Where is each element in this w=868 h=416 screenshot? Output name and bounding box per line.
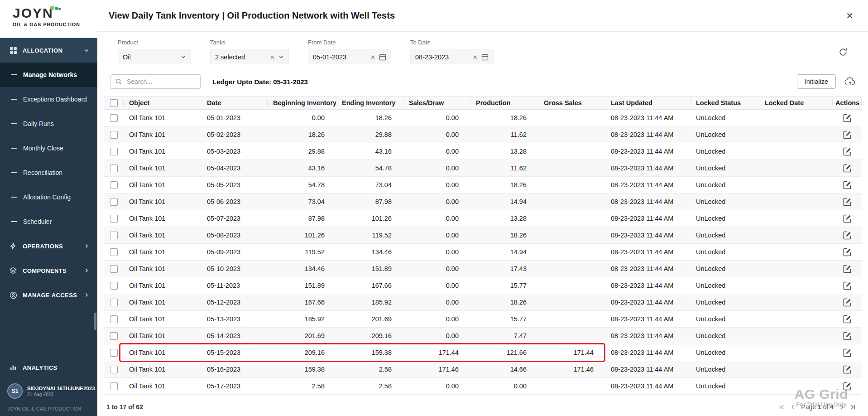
edit-row-button[interactable] (843, 348, 852, 357)
row-checkbox[interactable] (110, 232, 118, 239)
edit-row-button[interactable] (843, 365, 852, 374)
sidebar-subitem[interactable]: Scheduler (0, 209, 97, 234)
edit-row-button[interactable] (843, 382, 852, 391)
sidebar-section-operations[interactable]: OPERATIONS (0, 234, 97, 258)
sidebar-subitem[interactable]: Allocation Config (0, 185, 97, 209)
product-select[interactable]: Oil (118, 49, 191, 65)
refresh-icon[interactable] (838, 47, 848, 59)
table-row[interactable]: Oil Tank 101 05-11-2023 151.89 167.66 0.… (104, 277, 862, 294)
table-row[interactable]: Oil Tank 101 05-01-2023 0.00 18.26 0.00 … (104, 110, 862, 126)
row-checkbox-cell (104, 148, 124, 155)
initialize-button[interactable]: Initialize (797, 74, 836, 89)
row-checkbox[interactable] (110, 148, 118, 155)
column-header-gross-sales[interactable]: Gross Sales (538, 97, 605, 109)
edit-row-button[interactable] (843, 231, 852, 240)
edit-row-button[interactable] (843, 248, 852, 256)
table-row[interactable]: Oil Tank 101 05-05-2023 54.78 73.04 0.00… (104, 177, 862, 193)
table-row[interactable]: Oil Tank 101 05-04-2023 43.16 54.78 0.00… (104, 160, 862, 177)
row-checkbox[interactable] (110, 366, 118, 373)
table-row[interactable]: Oil Tank 101 05-10-2023 134.46 151.89 0.… (104, 261, 862, 277)
search-input[interactable] (126, 77, 196, 86)
row-checkbox[interactable] (110, 349, 118, 357)
edit-row-button[interactable] (843, 198, 852, 206)
cell-object: Oil Tank 101 (124, 215, 201, 222)
table-row[interactable]: Oil Tank 101 05-06-2023 73.04 87.98 0.00… (104, 193, 862, 210)
column-header-sales-draw[interactable]: Sales/Draw (403, 97, 470, 109)
next-page-button[interactable] (839, 404, 844, 410)
table-row[interactable]: Oil Tank 101 05-13-2023 185.92 201.69 0.… (104, 311, 862, 328)
from-date-clear-icon[interactable]: ✕ (370, 54, 375, 60)
table-row[interactable]: Oil Tank 101 05-15-2023 209.16 159.38 17… (104, 344, 862, 361)
main-content: View Daily Tank Inventory | Oil Producti… (97, 0, 868, 416)
row-checkbox[interactable] (110, 248, 118, 256)
table-row[interactable]: Oil Tank 101 05-12-2023 167.66 185.92 0.… (104, 294, 862, 311)
user-profile[interactable]: S1 SIDJOYNAI 16THJUNE2023 21-Aug-2023 (0, 380, 97, 402)
from-date-input[interactable]: 05-01-2023 ✕ (308, 49, 391, 65)
cell-ending-inventory: 185.92 (336, 299, 403, 306)
table-row[interactable]: Oil Tank 101 05-02-2023 18.26 29.88 0.00… (104, 126, 862, 143)
cell-locked-status: UnLocked (691, 114, 759, 121)
first-page-button[interactable] (778, 404, 785, 410)
sidebar-subitem[interactable]: Daily Runs (0, 111, 97, 136)
table-row[interactable]: Oil Tank 101 05-17-2023 2.58 2.58 0.00 0… (104, 378, 862, 395)
table-row[interactable]: Oil Tank 101 05-03-2023 29.88 43.16 0.00… (104, 143, 862, 160)
sidebar-scrollbar[interactable] (94, 313, 96, 330)
sidebar-subitem[interactable]: Reconciliation (0, 160, 97, 185)
row-checkbox[interactable] (110, 181, 118, 189)
last-page-button[interactable] (850, 404, 856, 410)
edit-row-button[interactable] (843, 114, 852, 122)
sidebar-section-components[interactable]: COMPONENTS (0, 258, 97, 283)
edit-row-button[interactable] (843, 147, 852, 156)
to-date-clear-icon[interactable]: ✕ (473, 54, 478, 60)
edit-row-button[interactable] (843, 164, 852, 173)
sidebar-section-manage-access[interactable]: MANAGE ACCESS (0, 283, 97, 307)
column-header-object[interactable]: Object (124, 97, 201, 109)
table-row[interactable]: Oil Tank 101 05-08-2023 101.26 119.52 0.… (104, 227, 862, 244)
table-row[interactable]: Oil Tank 101 05-07-2023 87.98 101.26 0.0… (104, 210, 862, 227)
edit-row-button[interactable] (843, 131, 852, 139)
column-header-ending-inventory[interactable]: Ending Inventory (336, 97, 403, 109)
row-checkbox[interactable] (110, 198, 118, 206)
row-checkbox[interactable] (110, 282, 118, 290)
prev-page-button[interactable] (790, 404, 796, 410)
column-header-beginning-inventory[interactable]: Beginning Inventory (268, 97, 336, 109)
row-checkbox[interactable] (110, 131, 118, 139)
row-checkbox[interactable] (110, 382, 118, 390)
sidebar-item-analytics[interactable]: ANALYTICS (0, 355, 97, 380)
column-header-locked-status[interactable]: Locked Status (691, 97, 759, 109)
edit-row-button[interactable] (843, 332, 852, 340)
column-header-production[interactable]: Production (470, 97, 538, 109)
edit-row-button[interactable] (843, 281, 852, 290)
edit-row-button[interactable] (843, 298, 852, 307)
row-checkbox[interactable] (110, 299, 118, 306)
edit-row-button[interactable] (843, 265, 852, 273)
calendar-icon[interactable] (481, 53, 489, 61)
row-checkbox[interactable] (110, 114, 118, 122)
column-header-locked-date[interactable]: Locked Date (759, 97, 833, 109)
table-row[interactable]: Oil Tank 101 05-16-2023 159.38 2.58 171.… (104, 361, 862, 378)
table-row[interactable]: Oil Tank 101 05-09-2023 119.52 134.46 0.… (104, 244, 862, 261)
select-all-checkbox[interactable] (110, 99, 118, 107)
sidebar-subitem[interactable]: Manage Networks (0, 63, 97, 87)
row-checkbox[interactable] (110, 315, 118, 323)
table-row[interactable]: Oil Tank 101 05-14-2023 201.69 209.16 0.… (104, 328, 862, 344)
close-button[interactable]: ✕ (846, 11, 854, 20)
tanks-clear-icon[interactable]: ✕ (270, 54, 275, 60)
edit-row-button[interactable] (843, 181, 852, 189)
to-date-input[interactable]: 08-23-2023 ✕ (410, 49, 494, 65)
row-checkbox[interactable] (110, 332, 118, 340)
column-header-last-updated[interactable]: Last Updated (605, 97, 691, 109)
row-checkbox[interactable] (110, 265, 118, 273)
column-header-actions: Actions (833, 97, 862, 109)
edit-row-button[interactable] (843, 315, 852, 324)
row-checkbox[interactable] (110, 164, 118, 172)
sidebar-subitem[interactable]: Monthly Close (0, 136, 97, 160)
column-header-date[interactable]: Date (201, 97, 268, 109)
row-checkbox[interactable] (110, 215, 118, 223)
cloud-upload-icon[interactable] (844, 77, 856, 87)
edit-row-button[interactable] (843, 214, 852, 223)
calendar-icon[interactable] (379, 53, 386, 61)
sidebar-subitem[interactable]: Exceptions Dashboard (0, 87, 97, 111)
sidebar-section-allocation[interactable]: ALLOCATION (0, 38, 97, 63)
tanks-multiselect[interactable]: 2 selected ✕ (210, 49, 289, 65)
